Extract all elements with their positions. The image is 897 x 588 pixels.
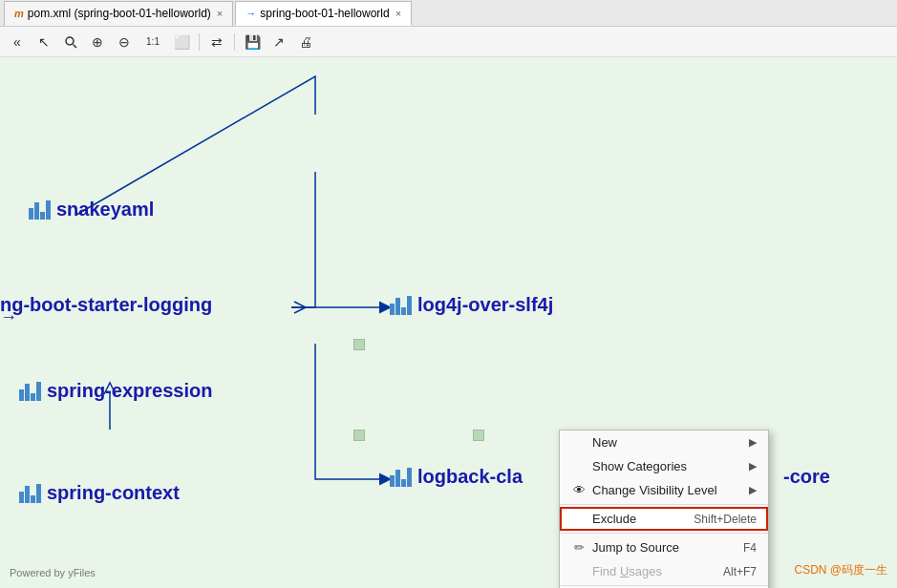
tab-pom-xml[interactable]: m pom.xml (spring-boot-01-helloworld) × [4,1,233,26]
context-menu: New ▶ Show Categories ▶ 👁 Change Visibil… [559,430,769,588]
node-spring-context[interactable]: spring-context [19,482,180,504]
tab-spring-label: spring-boot-01-helloworld [260,7,389,20]
toolbar-btn-fit-page[interactable]: ⬜ [170,31,193,53]
node-ng-boot-starter-logging[interactable]: ng-boot-starter-logging [0,294,212,316]
node-spring-expression-label: spring-expression [47,380,212,402]
menu-exclude-shortcut: Shift+Delete [674,513,757,526]
menu-jump-shortcut: F4 [724,541,757,555]
menu-separator-3 [560,585,768,586]
tab-pom-close[interactable]: × [217,8,223,19]
node-logback-icon [390,468,412,487]
menu-find-shortcut: Alt+F7 [704,565,757,578]
toolbar-btn-print[interactable]: 🖨 [294,31,317,53]
tab-pom-label: pom.xml (spring-boot-01-helloworld) [28,7,211,20]
menu-item-new[interactable]: New ▶ [560,430,768,454]
node-snakeyaml-icon [29,200,51,220]
svg-line-1 [74,44,77,48]
node-core-label: -core [783,466,830,488]
node-spring-context-icon [19,484,41,503]
menu-change-visibility-label: Change Visibility Level [592,483,717,497]
menu-separator-1 [560,504,768,505]
toolbar-btn-zoom-in-circle[interactable]: ⊕ [86,31,109,53]
node-log4j-label: log4j-over-slf4j [417,294,553,316]
toolbar-btn-share[interactable]: ⇄ [205,31,228,53]
node-box-1 [353,339,365,350]
toolbar-btn-search[interactable] [59,31,82,53]
node-logback[interactable]: logback-cla [390,466,523,488]
menu-jump-icon: ✏ [571,540,587,555]
tab-spring-boot[interactable]: → spring-boot-01-helloworld × [235,1,412,26]
menu-new-arrow: ▶ [749,436,757,449]
tab-pom-icon: m [14,8,24,19]
menu-change-visibility-arrow: ▶ [749,484,757,496]
menu-show-categories-label: Show Categories [592,459,687,473]
menu-item-show-categories[interactable]: Show Categories ▶ [560,454,768,478]
node-spring-expression-icon [19,382,41,401]
menu-separator-2 [560,533,768,534]
node-core[interactable]: -core [783,466,830,488]
tab-spring-icon: → [246,8,256,19]
menu-item-exclude[interactable]: Exclude Shift+Delete [560,507,768,531]
toolbar-btn-collapse[interactable]: « [6,31,29,53]
node-log4j-icon [390,296,412,315]
node-log4j[interactable]: log4j-over-slf4j [390,294,553,316]
node-ng-boot-label: ng-boot-starter-logging [0,294,212,316]
node-spring-context-label: spring-context [47,482,180,504]
menu-item-jump-to-source[interactable]: ✏ Jump to Source F4 [560,536,768,559]
menu-show-categories-arrow: ▶ [749,460,757,472]
toolbar-btn-fit[interactable]: ↖ [32,31,55,53]
toolbar-btn-zoom-out[interactable]: ⊖ [113,31,136,53]
node-box-2 [353,430,365,441]
menu-visibility-icon: 👁 [571,483,587,497]
diagram-area[interactable]: → snakeyaml ng-boot-starter-logging log4… [0,57,897,588]
svg-point-0 [66,37,74,45]
toolbar-btn-export[interactable]: ↗ [267,31,290,53]
menu-item-change-visibility[interactable]: 👁 Change Visibility Level ▶ [560,478,768,502]
toolbar: « ↖ ⊕ ⊖ 1:1 ⬜ ⇄ 💾 ↗ 🖨 [0,27,897,57]
menu-find-label: Find Usages [592,564,662,578]
node-logback-label: logback-cla [417,466,523,488]
menu-jump-label: Jump to Source [592,540,679,555]
tab-spring-close[interactable]: × [395,8,401,19]
toolbar-btn-actual-size[interactable]: 1:1 [139,31,166,53]
node-snakeyaml[interactable]: snakeyaml [29,199,154,220]
toolbar-separator-2 [234,33,235,51]
menu-new-label: New [592,435,617,450]
toolbar-separator-1 [199,33,200,51]
node-snakeyaml-label: snakeyaml [56,199,154,220]
watermark-label: CSDN @码度一生 [794,562,887,578]
powered-by-label: Powered by yFiles [10,567,96,578]
node-box-3 [473,430,484,441]
toolbar-btn-save[interactable]: 💾 [241,31,264,53]
menu-exclude-label: Exclude [592,512,636,526]
menu-item-find-usages: Find Usages Alt+F7 [560,559,768,583]
tab-bar: m pom.xml (spring-boot-01-helloworld) × … [0,0,897,27]
node-spring-expression[interactable]: spring-expression [19,380,212,402]
